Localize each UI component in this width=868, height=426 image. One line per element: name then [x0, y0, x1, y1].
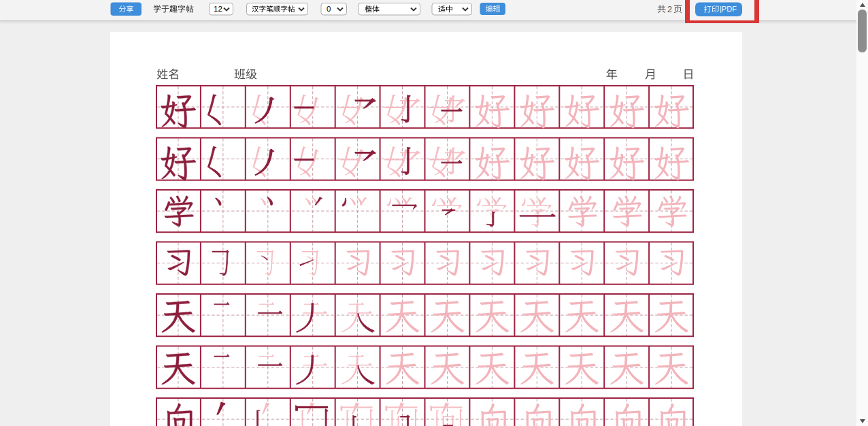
svg-text:0: 0 [327, 5, 331, 13]
svg-text:2: 2 [667, 5, 672, 14]
svg-text:12: 12 [214, 5, 222, 13]
